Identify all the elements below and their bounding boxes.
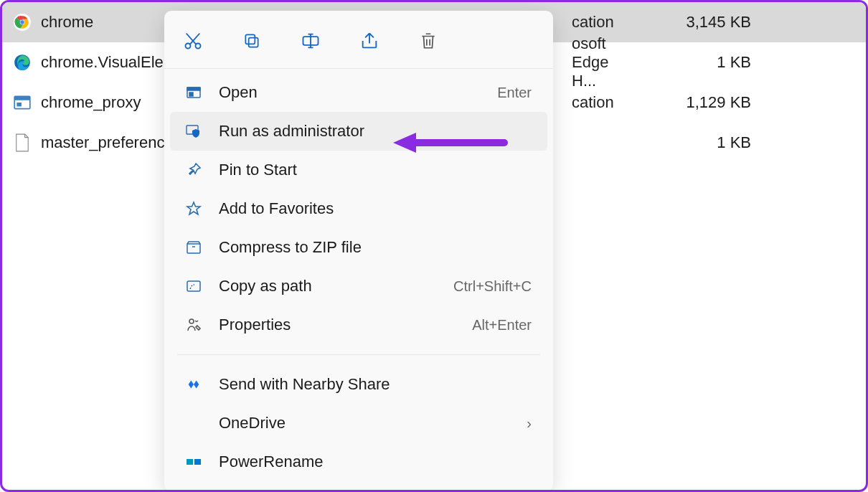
menu-label: Pin to Start bbox=[219, 161, 532, 179]
powerrename-icon bbox=[183, 451, 204, 473]
menu-label: Send with Nearby Share bbox=[219, 375, 532, 394]
menu-label: Properties bbox=[219, 316, 472, 334]
menu-add-to-favorites[interactable]: Add to Favorites bbox=[170, 189, 547, 228]
quick-actions-row bbox=[164, 11, 553, 69]
zip-icon bbox=[183, 237, 204, 258]
open-icon bbox=[183, 82, 204, 103]
svg-rect-9 bbox=[249, 38, 258, 47]
menu-properties[interactable]: Properties Alt+Enter bbox=[170, 306, 547, 344]
menu-label: PowerRename bbox=[219, 453, 532, 471]
menu-divider bbox=[177, 354, 540, 355]
svg-point-7 bbox=[186, 44, 191, 49]
menu-label: Copy as path bbox=[219, 277, 453, 295]
menu-label: Add to Favorites bbox=[219, 199, 532, 218]
svg-rect-16 bbox=[187, 281, 200, 291]
delete-icon[interactable] bbox=[412, 25, 444, 57]
svg-rect-19 bbox=[194, 459, 201, 465]
annotation-arrow bbox=[393, 130, 508, 156]
chevron-right-icon: › bbox=[527, 415, 532, 432]
properties-icon bbox=[183, 314, 204, 336]
svg-point-2 bbox=[20, 20, 24, 24]
svg-rect-14 bbox=[189, 93, 193, 96]
menu-shortcut: Enter bbox=[497, 85, 532, 101]
svg-rect-10 bbox=[245, 34, 255, 44]
file-icon bbox=[12, 133, 32, 153]
edge-icon bbox=[12, 52, 32, 72]
nearby-share-icon bbox=[183, 374, 204, 395]
svg-point-17 bbox=[189, 319, 194, 323]
menu-label: Open bbox=[219, 83, 497, 102]
file-size: 1,129 KB bbox=[629, 93, 866, 112]
file-size: 1 KB bbox=[629, 133, 866, 152]
star-icon bbox=[183, 198, 204, 219]
chrome-icon bbox=[12, 12, 32, 32]
menu-compress-zip[interactable]: Compress to ZIP file bbox=[170, 228, 547, 267]
menu-pin-to-start[interactable]: Pin to Start bbox=[170, 151, 547, 189]
menu-powerrename[interactable]: PowerRename bbox=[170, 443, 547, 481]
path-icon bbox=[183, 275, 204, 297]
svg-marker-21 bbox=[393, 133, 416, 153]
cut-icon[interactable] bbox=[177, 25, 209, 57]
rename-icon[interactable] bbox=[295, 25, 326, 57]
pin-icon bbox=[183, 159, 204, 181]
copy-icon[interactable] bbox=[236, 25, 268, 57]
svg-rect-5 bbox=[14, 96, 30, 100]
svg-rect-6 bbox=[16, 103, 22, 106]
file-size: 1 KB bbox=[629, 53, 866, 72]
svg-rect-18 bbox=[187, 459, 193, 465]
menu-label: Compress to ZIP file bbox=[219, 238, 532, 257]
menu-onedrive[interactable]: OneDrive › bbox=[170, 404, 547, 443]
menu-shortcut: Ctrl+Shift+C bbox=[453, 278, 532, 295]
svg-point-8 bbox=[196, 44, 201, 49]
blank-icon bbox=[183, 412, 204, 434]
svg-rect-13 bbox=[187, 87, 200, 90]
menu-shortcut: Alt+Enter bbox=[472, 317, 532, 333]
context-menu: Open Enter Run as administrator Pin to S… bbox=[164, 11, 553, 491]
file-size: 3,145 KB bbox=[629, 13, 866, 32]
menu-label: OneDrive bbox=[219, 414, 527, 432]
menu-open[interactable]: Open Enter bbox=[170, 73, 547, 112]
share-icon[interactable] bbox=[354, 25, 385, 57]
exe-icon bbox=[12, 93, 32, 113]
menu-copy-as-path[interactable]: Copy as path Ctrl+Shift+C bbox=[170, 267, 547, 306]
shield-icon bbox=[183, 120, 204, 142]
menu-nearby-share[interactable]: Send with Nearby Share bbox=[170, 365, 547, 404]
